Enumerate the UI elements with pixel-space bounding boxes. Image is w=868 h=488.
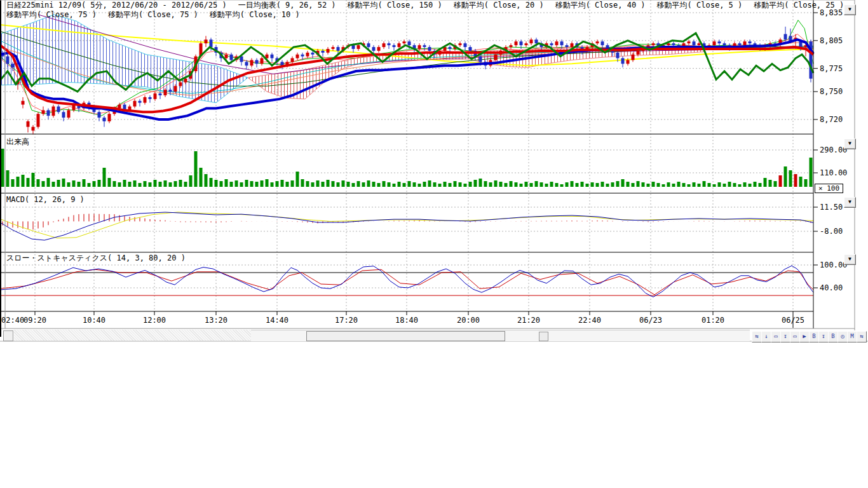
volume-bar [576,183,579,187]
candle [225,55,228,58]
volume-bar [322,182,325,187]
volume-bar [530,183,533,187]
volume-bar [794,174,797,187]
toolbar-button-1[interactable]: ⇆ [752,331,762,342]
volume-bar [255,182,259,187]
legend-item: 移動平均( Close, 75 ) [108,10,198,19]
volume-bar [667,182,670,187]
volume-bar [62,179,65,187]
volume-bar [413,182,416,187]
candle [627,60,630,64]
price-scale-dropdown[interactable]: ▼ [844,4,856,15]
app-window: 日経225mini 12/09( 5分, 2012/06/20 - 2012/0… [0,0,868,488]
volume-bar [194,151,198,187]
volume-bar [444,182,447,187]
candle [637,51,640,55]
candle [98,112,101,118]
chart-canvas[interactable] [0,0,868,342]
time-axis-label: 18:40 [393,316,421,324]
toolbar-button-9[interactable]: B [828,331,838,342]
toolbar-button-8[interactable]: ↧ [818,331,829,342]
volume-bar [759,183,762,187]
candle [428,47,431,51]
volume-bar [433,182,437,187]
candle [296,55,299,58]
bottom-left-button[interactable] [3,330,13,341]
volume-bar [266,179,269,187]
toolbar-button-7[interactable]: B [809,331,819,342]
volume-bar [642,182,645,187]
time-axis-label: 01:20 [699,316,727,324]
candle [210,39,213,47]
volume-bar [215,180,218,187]
candle [672,43,675,45]
volume-bar [149,182,152,187]
volume-bar [174,181,177,187]
volume-bar [220,181,223,187]
volume-bar [78,182,81,187]
volume-bar [327,180,330,187]
candle [327,49,330,53]
volume-bar [408,181,411,187]
toolbar-button-4[interactable]: ↧ [780,331,790,342]
candle [494,55,498,60]
splitter-grip[interactable] [539,332,548,341]
candle [515,41,518,45]
candle [32,127,35,131]
macd-panel-label: MACD( 12, 26, 9 ) [6,196,85,204]
toolbar-button-10[interactable]: ◎ [837,331,848,342]
toolbar-button-2[interactable]: ↓ [761,331,771,342]
volume-bar [93,181,96,187]
horizontal-scrollbar-track[interactable] [251,330,750,341]
time-axis-label: 12:00 [140,316,168,324]
volume-scale-dropdown[interactable]: ▼ [844,139,856,149]
candle [37,114,40,126]
stoch-scale-dropdown[interactable]: ▼ [844,254,856,265]
volume-bar [738,184,742,187]
volume-bar [377,183,381,187]
candle [174,86,177,92]
toolbar-button-12[interactable]: ⇆ [857,331,867,342]
toolbar-button-5[interactable]: ▭ [790,331,800,342]
volume-bar [525,182,528,187]
volume-bar [682,183,686,187]
volume-bar [743,182,747,187]
candle [449,47,452,49]
candle [571,43,574,47]
volume-bar [764,178,767,187]
volume-bar [332,181,335,187]
price-axis-label: 8,805 [820,37,843,44]
candle [555,41,559,45]
candle [22,101,25,105]
volume-bar [11,179,15,187]
candle [52,107,55,116]
candle [164,90,167,95]
volume-bar [789,170,792,187]
macd-scale-dropdown[interactable]: ▼ [844,197,856,208]
volume-bar [774,181,777,187]
volume-bar [184,182,187,187]
volume-bar [749,184,752,187]
toolbar-button-11[interactable]: M [847,331,857,342]
toolbar-button-6[interactable]: ▶ [799,331,810,342]
candle [6,57,10,64]
candle [245,62,248,65]
stoch-panel-label: スロー・ストキャスティクス( 14, 3, 80, 20 ) [6,254,186,262]
volume-bar [32,173,35,187]
volume-axis-label: 110.00 [820,169,847,177]
volume-bar [286,182,289,187]
toolbar-button-3[interactable]: ▭ [771,331,781,342]
candle [418,45,421,49]
volume-bar [647,184,650,187]
candle [133,101,137,107]
volume-panel-label: 出来高 [6,138,29,146]
volume-bar [459,182,462,187]
price-axis-label: 8,775 [820,65,843,72]
candle [62,112,65,118]
volume-bar [98,180,101,187]
horizontal-scrollbar-thumb[interactable] [306,331,505,341]
volume-bar [520,184,523,187]
volume-bar [383,181,386,187]
volume-bar [688,184,691,187]
volume-bar [347,182,350,187]
